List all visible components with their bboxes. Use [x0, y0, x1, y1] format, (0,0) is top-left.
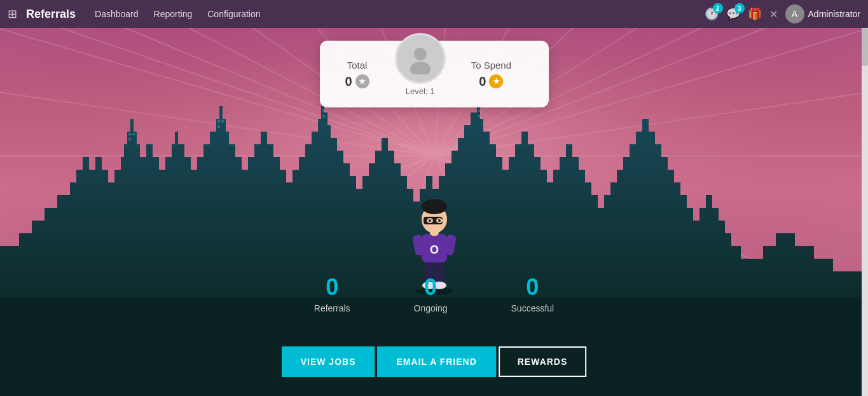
- stats-counters: 0 Referrals 0 Ongoing 0 Successful: [314, 274, 554, 313]
- avatar-section: Level: 1: [395, 52, 446, 96]
- to-spend-label: To Spend: [471, 60, 511, 71]
- main-content: Total 0 ★ Level: 1 To Spend 0 ★: [0, 28, 868, 396]
- svg-point-54: [429, 219, 431, 222]
- rewards-button[interactable]: REWARDS: [499, 346, 587, 377]
- scrollbar[interactable]: [862, 28, 868, 396]
- user-avatar-btn[interactable]: A Administrator: [785, 4, 860, 24]
- successful-counter: 0 Successful: [511, 274, 555, 313]
- ongoing-counter: 0 Ongoing: [414, 274, 448, 313]
- avatar: A: [785, 4, 804, 24]
- svg-rect-29: [128, 138, 131, 140]
- svg-text:O: O: [429, 243, 438, 256]
- svg-rect-28: [132, 133, 135, 135]
- ongoing-value: 0: [414, 274, 448, 301]
- ongoing-label: Ongoing: [414, 303, 448, 313]
- referrals-label: Referrals: [314, 303, 350, 313]
- referrals-counter: 0 Referrals: [314, 274, 350, 313]
- view-jobs-button[interactable]: VIEW JOBS: [282, 346, 375, 377]
- grid-icon[interactable]: ⊞: [8, 7, 17, 21]
- gift-icon: 🎁: [748, 8, 762, 20]
- chat-badge: 3: [734, 3, 745, 13]
- svg-point-50: [422, 199, 447, 214]
- successful-label: Successful: [511, 303, 555, 313]
- level-label: Level: 1: [395, 86, 446, 96]
- user-avatar-large: [395, 33, 446, 84]
- action-buttons: VIEW JOBS EMAIL A FRIEND REWARDS: [282, 346, 587, 377]
- total-label: Total: [345, 60, 369, 71]
- app-title: Referrals: [26, 8, 76, 21]
- activity-badge: 2: [713, 3, 723, 13]
- to-spend-stat: To Spend 0 ★: [471, 60, 511, 89]
- email-friend-button[interactable]: EMAIL A FRIEND: [377, 346, 495, 377]
- total-value: 0: [345, 74, 352, 89]
- svg-rect-33: [322, 109, 325, 112]
- svg-point-37: [414, 48, 427, 60]
- gift-icon-btn[interactable]: 🎁: [748, 7, 762, 21]
- svg-point-55: [438, 219, 441, 222]
- navbar: ⊞ Referrals Dashboard Reporting Configur…: [0, 0, 868, 28]
- successful-value: 0: [511, 274, 555, 301]
- total-icon: ★: [355, 74, 369, 88]
- navbar-menu: Dashboard Reporting Configuration: [95, 6, 704, 22]
- svg-rect-32: [217, 125, 220, 128]
- to-spend-icon: ★: [489, 74, 503, 88]
- close-icon-btn[interactable]: ✕: [769, 8, 778, 21]
- svg-rect-27: [128, 133, 131, 135]
- stats-card: Total 0 ★ Level: 1 To Spend 0 ★: [320, 41, 549, 107]
- svg-rect-34: [322, 115, 325, 118]
- svg-point-38: [410, 62, 431, 74]
- svg-rect-36: [478, 115, 481, 118]
- close-icon: ✕: [769, 9, 778, 20]
- nav-configuration[interactable]: Configuration: [207, 6, 260, 22]
- nav-dashboard[interactable]: Dashboard: [95, 6, 139, 22]
- chat-icon-btn[interactable]: 💬 3: [726, 7, 740, 21]
- nav-reporting[interactable]: Reporting: [154, 6, 193, 22]
- navbar-actions: 🕐 2 💬 3 🎁 ✕ A Administrator: [705, 4, 860, 24]
- to-spend-value: 0: [479, 74, 486, 89]
- user-name: Administrator: [808, 9, 860, 19]
- total-stat: Total 0 ★: [345, 60, 369, 89]
- referrals-value: 0: [314, 274, 350, 301]
- svg-rect-30: [217, 120, 220, 123]
- svg-rect-35: [478, 109, 481, 112]
- activity-icon-btn[interactable]: 🕐 2: [705, 7, 719, 21]
- svg-rect-31: [221, 120, 224, 123]
- scrollbar-thumb[interactable]: [862, 28, 868, 66]
